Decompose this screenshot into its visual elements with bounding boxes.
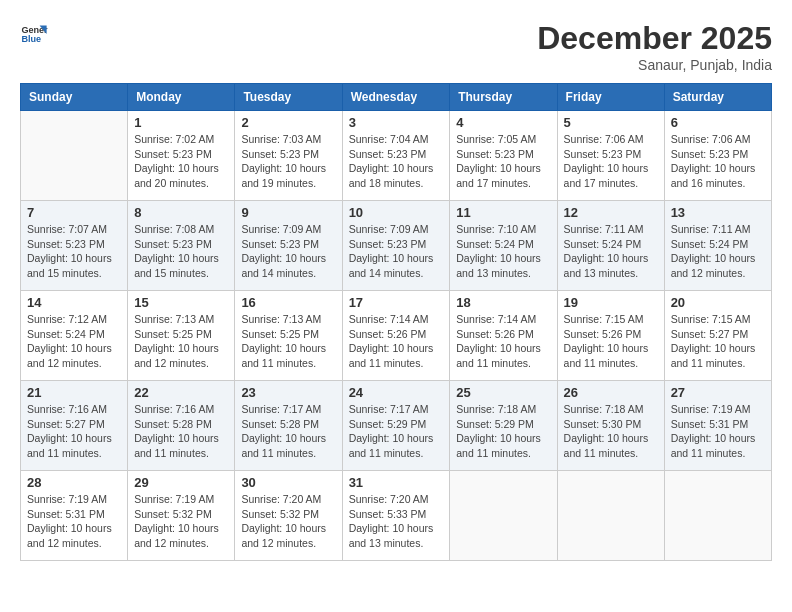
calendar-header-row: SundayMondayTuesdayWednesdayThursdayFrid… <box>21 84 772 111</box>
day-number: 10 <box>349 205 444 220</box>
calendar-week-row: 14Sunrise: 7:12 AM Sunset: 5:24 PM Dayli… <box>21 291 772 381</box>
day-info: Sunrise: 7:11 AM Sunset: 5:24 PM Dayligh… <box>671 222 765 281</box>
day-info: Sunrise: 7:06 AM Sunset: 5:23 PM Dayligh… <box>671 132 765 191</box>
day-number: 25 <box>456 385 550 400</box>
calendar-cell: 10Sunrise: 7:09 AM Sunset: 5:23 PM Dayli… <box>342 201 450 291</box>
day-number: 29 <box>134 475 228 490</box>
calendar-cell: 27Sunrise: 7:19 AM Sunset: 5:31 PM Dayli… <box>664 381 771 471</box>
day-number: 17 <box>349 295 444 310</box>
day-header-friday: Friday <box>557 84 664 111</box>
calendar-cell <box>557 471 664 561</box>
day-info: Sunrise: 7:13 AM Sunset: 5:25 PM Dayligh… <box>241 312 335 371</box>
calendar-cell: 30Sunrise: 7:20 AM Sunset: 5:32 PM Dayli… <box>235 471 342 561</box>
day-info: Sunrise: 7:19 AM Sunset: 5:31 PM Dayligh… <box>671 402 765 461</box>
calendar-cell <box>664 471 771 561</box>
day-info: Sunrise: 7:03 AM Sunset: 5:23 PM Dayligh… <box>241 132 335 191</box>
day-number: 30 <box>241 475 335 490</box>
calendar-cell: 14Sunrise: 7:12 AM Sunset: 5:24 PM Dayli… <box>21 291 128 381</box>
calendar-cell: 28Sunrise: 7:19 AM Sunset: 5:31 PM Dayli… <box>21 471 128 561</box>
day-header-tuesday: Tuesday <box>235 84 342 111</box>
day-info: Sunrise: 7:02 AM Sunset: 5:23 PM Dayligh… <box>134 132 228 191</box>
day-number: 5 <box>564 115 658 130</box>
day-info: Sunrise: 7:05 AM Sunset: 5:23 PM Dayligh… <box>456 132 550 191</box>
calendar-cell: 11Sunrise: 7:10 AM Sunset: 5:24 PM Dayli… <box>450 201 557 291</box>
title-block: December 2025 Sanaur, Punjab, India <box>537 20 772 73</box>
day-info: Sunrise: 7:09 AM Sunset: 5:23 PM Dayligh… <box>241 222 335 281</box>
calendar-cell: 15Sunrise: 7:13 AM Sunset: 5:25 PM Dayli… <box>128 291 235 381</box>
day-number: 21 <box>27 385 121 400</box>
day-header-saturday: Saturday <box>664 84 771 111</box>
calendar-cell: 17Sunrise: 7:14 AM Sunset: 5:26 PM Dayli… <box>342 291 450 381</box>
day-number: 31 <box>349 475 444 490</box>
svg-text:Blue: Blue <box>21 34 41 44</box>
calendar-week-row: 28Sunrise: 7:19 AM Sunset: 5:31 PM Dayli… <box>21 471 772 561</box>
day-number: 11 <box>456 205 550 220</box>
day-header-wednesday: Wednesday <box>342 84 450 111</box>
day-number: 18 <box>456 295 550 310</box>
day-info: Sunrise: 7:13 AM Sunset: 5:25 PM Dayligh… <box>134 312 228 371</box>
day-info: Sunrise: 7:15 AM Sunset: 5:26 PM Dayligh… <box>564 312 658 371</box>
day-number: 3 <box>349 115 444 130</box>
calendar-cell: 16Sunrise: 7:13 AM Sunset: 5:25 PM Dayli… <box>235 291 342 381</box>
calendar-cell: 2Sunrise: 7:03 AM Sunset: 5:23 PM Daylig… <box>235 111 342 201</box>
calendar-cell: 22Sunrise: 7:16 AM Sunset: 5:28 PM Dayli… <box>128 381 235 471</box>
day-info: Sunrise: 7:16 AM Sunset: 5:27 PM Dayligh… <box>27 402 121 461</box>
calendar-week-row: 7Sunrise: 7:07 AM Sunset: 5:23 PM Daylig… <box>21 201 772 291</box>
day-number: 16 <box>241 295 335 310</box>
day-number: 2 <box>241 115 335 130</box>
day-number: 12 <box>564 205 658 220</box>
calendar-cell: 29Sunrise: 7:19 AM Sunset: 5:32 PM Dayli… <box>128 471 235 561</box>
day-number: 24 <box>349 385 444 400</box>
day-info: Sunrise: 7:04 AM Sunset: 5:23 PM Dayligh… <box>349 132 444 191</box>
calendar-cell: 4Sunrise: 7:05 AM Sunset: 5:23 PM Daylig… <box>450 111 557 201</box>
calendar-cell: 12Sunrise: 7:11 AM Sunset: 5:24 PM Dayli… <box>557 201 664 291</box>
day-number: 1 <box>134 115 228 130</box>
calendar-cell: 18Sunrise: 7:14 AM Sunset: 5:26 PM Dayli… <box>450 291 557 381</box>
day-info: Sunrise: 7:10 AM Sunset: 5:24 PM Dayligh… <box>456 222 550 281</box>
calendar-cell: 26Sunrise: 7:18 AM Sunset: 5:30 PM Dayli… <box>557 381 664 471</box>
day-info: Sunrise: 7:20 AM Sunset: 5:33 PM Dayligh… <box>349 492 444 551</box>
calendar-cell: 20Sunrise: 7:15 AM Sunset: 5:27 PM Dayli… <box>664 291 771 381</box>
day-info: Sunrise: 7:07 AM Sunset: 5:23 PM Dayligh… <box>27 222 121 281</box>
calendar-cell: 7Sunrise: 7:07 AM Sunset: 5:23 PM Daylig… <box>21 201 128 291</box>
calendar-cell: 9Sunrise: 7:09 AM Sunset: 5:23 PM Daylig… <box>235 201 342 291</box>
day-info: Sunrise: 7:09 AM Sunset: 5:23 PM Dayligh… <box>349 222 444 281</box>
day-info: Sunrise: 7:18 AM Sunset: 5:29 PM Dayligh… <box>456 402 550 461</box>
calendar-cell: 1Sunrise: 7:02 AM Sunset: 5:23 PM Daylig… <box>128 111 235 201</box>
day-info: Sunrise: 7:14 AM Sunset: 5:26 PM Dayligh… <box>349 312 444 371</box>
location-subtitle: Sanaur, Punjab, India <box>537 57 772 73</box>
day-number: 23 <box>241 385 335 400</box>
day-info: Sunrise: 7:17 AM Sunset: 5:28 PM Dayligh… <box>241 402 335 461</box>
calendar-cell: 23Sunrise: 7:17 AM Sunset: 5:28 PM Dayli… <box>235 381 342 471</box>
day-number: 7 <box>27 205 121 220</box>
day-number: 26 <box>564 385 658 400</box>
day-info: Sunrise: 7:16 AM Sunset: 5:28 PM Dayligh… <box>134 402 228 461</box>
logo: General Blue <box>20 20 48 48</box>
day-header-thursday: Thursday <box>450 84 557 111</box>
day-info: Sunrise: 7:19 AM Sunset: 5:32 PM Dayligh… <box>134 492 228 551</box>
calendar-cell: 3Sunrise: 7:04 AM Sunset: 5:23 PM Daylig… <box>342 111 450 201</box>
day-number: 14 <box>27 295 121 310</box>
day-info: Sunrise: 7:08 AM Sunset: 5:23 PM Dayligh… <box>134 222 228 281</box>
calendar-cell: 19Sunrise: 7:15 AM Sunset: 5:26 PM Dayli… <box>557 291 664 381</box>
day-header-sunday: Sunday <box>21 84 128 111</box>
calendar-cell <box>21 111 128 201</box>
page-header: General Blue December 2025 Sanaur, Punja… <box>20 20 772 73</box>
calendar-cell: 21Sunrise: 7:16 AM Sunset: 5:27 PM Dayli… <box>21 381 128 471</box>
day-info: Sunrise: 7:14 AM Sunset: 5:26 PM Dayligh… <box>456 312 550 371</box>
day-number: 8 <box>134 205 228 220</box>
calendar-cell: 8Sunrise: 7:08 AM Sunset: 5:23 PM Daylig… <box>128 201 235 291</box>
day-info: Sunrise: 7:06 AM Sunset: 5:23 PM Dayligh… <box>564 132 658 191</box>
calendar-cell: 5Sunrise: 7:06 AM Sunset: 5:23 PM Daylig… <box>557 111 664 201</box>
day-info: Sunrise: 7:18 AM Sunset: 5:30 PM Dayligh… <box>564 402 658 461</box>
calendar-week-row: 1Sunrise: 7:02 AM Sunset: 5:23 PM Daylig… <box>21 111 772 201</box>
day-info: Sunrise: 7:12 AM Sunset: 5:24 PM Dayligh… <box>27 312 121 371</box>
day-number: 27 <box>671 385 765 400</box>
day-header-monday: Monday <box>128 84 235 111</box>
day-info: Sunrise: 7:11 AM Sunset: 5:24 PM Dayligh… <box>564 222 658 281</box>
day-info: Sunrise: 7:17 AM Sunset: 5:29 PM Dayligh… <box>349 402 444 461</box>
day-info: Sunrise: 7:19 AM Sunset: 5:31 PM Dayligh… <box>27 492 121 551</box>
day-number: 28 <box>27 475 121 490</box>
day-number: 19 <box>564 295 658 310</box>
calendar-cell: 31Sunrise: 7:20 AM Sunset: 5:33 PM Dayli… <box>342 471 450 561</box>
